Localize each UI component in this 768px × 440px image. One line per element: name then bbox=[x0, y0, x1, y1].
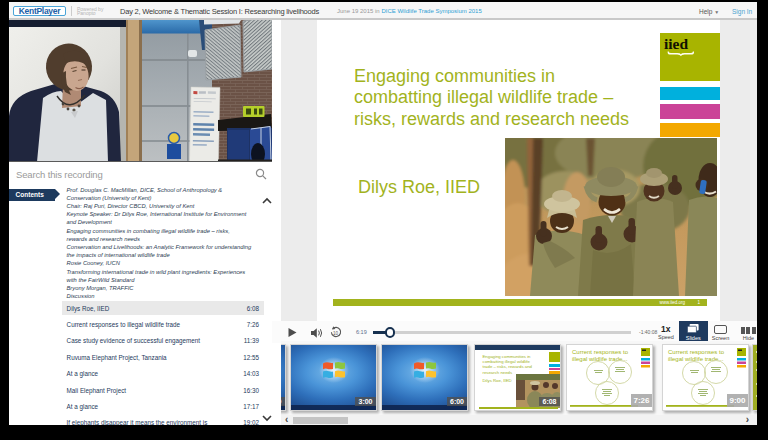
svg-text:Current responses to: Current responses to bbox=[572, 349, 629, 355]
svg-text:illegal wildlife trade...: illegal wildlife trade... bbox=[572, 356, 628, 362]
svg-text:iied: iied bbox=[664, 35, 688, 52]
svg-text:10: 10 bbox=[333, 331, 339, 336]
svg-text:Current responses to: Current responses to bbox=[668, 349, 725, 355]
svg-text:illegal wildlife trade...: illegal wildlife trade... bbox=[668, 356, 724, 362]
